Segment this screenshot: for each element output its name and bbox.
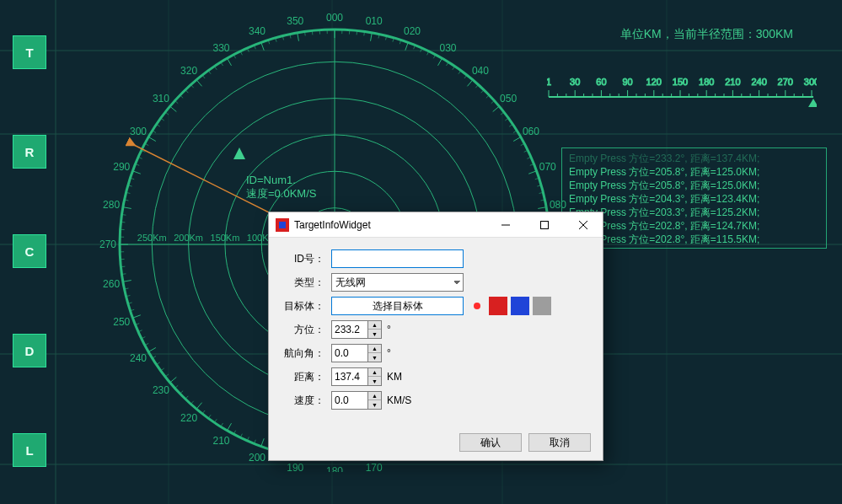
log-row: Empty Press 方位=205.8°, 距离=125.0KM; xyxy=(569,179,819,192)
svg-text:250: 250 xyxy=(113,316,130,328)
button-l[interactable]: L xyxy=(13,433,46,467)
speed-down[interactable]: ▼ xyxy=(368,400,381,409)
svg-text:270: 270 xyxy=(778,77,793,87)
log-row: Empty Press 方位=205.8°, 距离=125.0KM; xyxy=(569,165,819,179)
color-swatch-red[interactable] xyxy=(489,297,507,315)
svg-line-186 xyxy=(123,207,131,209)
svg-line-192 xyxy=(132,171,140,174)
bearing-down[interactable]: ▼ xyxy=(368,330,381,338)
minimize-icon xyxy=(501,221,510,229)
svg-line-153 xyxy=(185,396,188,399)
svg-line-156 xyxy=(170,377,177,382)
button-t[interactable]: T xyxy=(13,35,46,69)
distance-down[interactable]: ▼ xyxy=(368,377,381,385)
svg-line-47 xyxy=(491,100,495,103)
svg-line-176 xyxy=(121,274,126,275)
svg-text:180: 180 xyxy=(326,465,343,472)
svg-line-152 xyxy=(190,401,193,405)
distance-input[interactable] xyxy=(331,367,368,386)
svg-text:010: 010 xyxy=(366,15,383,27)
svg-text:350: 350 xyxy=(287,15,303,27)
svg-line-60 xyxy=(528,171,536,174)
svg-text:1: 1 xyxy=(547,77,551,87)
heading-input[interactable] xyxy=(331,344,368,362)
svg-text:90: 90 xyxy=(622,77,632,87)
svg-text:040: 040 xyxy=(472,65,489,77)
svg-text:200: 200 xyxy=(249,452,265,464)
status-dot-icon xyxy=(474,303,480,309)
color-swatch-gray[interactable] xyxy=(533,297,551,315)
svg-text:120: 120 xyxy=(646,77,662,87)
maximize-icon xyxy=(540,221,549,229)
speed-up[interactable]: ▲ xyxy=(368,392,381,400)
log-row: Empty Press 方位=202.8°, 距离=115.5KM; xyxy=(569,233,819,246)
bearing-input[interactable] xyxy=(331,320,368,339)
label-distance: 距离： xyxy=(281,370,324,384)
ok-button[interactable]: 确认 xyxy=(459,433,522,452)
target-id: ID=Num1. xyxy=(246,174,316,186)
svg-line-230 xyxy=(305,31,306,35)
heading-down[interactable]: ▼ xyxy=(368,353,381,362)
maximize-button[interactable] xyxy=(525,212,564,238)
svg-line-177 xyxy=(121,266,125,267)
speed-input[interactable] xyxy=(331,391,368,410)
bearing-up[interactable]: ▲ xyxy=(368,321,381,330)
button-r[interactable]: R xyxy=(13,135,46,169)
svg-rect-285 xyxy=(279,222,286,228)
range-ruler[interactable]: 1306090120150180210240270300 xyxy=(547,72,817,114)
close-button[interactable] xyxy=(564,212,603,238)
label-speed: 速度： xyxy=(281,394,324,408)
svg-text:190: 190 xyxy=(287,462,303,472)
svg-text:250Km: 250Km xyxy=(137,233,167,243)
color-swatch-blue[interactable] xyxy=(511,297,529,315)
svg-line-216 xyxy=(228,58,232,66)
id-input[interactable] xyxy=(331,249,464,268)
svg-line-150 xyxy=(196,403,201,410)
svg-text:060: 060 xyxy=(523,126,539,137)
svg-line-174 xyxy=(123,281,131,282)
svg-text:300: 300 xyxy=(804,77,817,87)
label-type: 类型： xyxy=(281,276,324,290)
svg-text:320: 320 xyxy=(180,65,197,77)
app-icon xyxy=(276,218,289,232)
svg-line-66 xyxy=(538,207,546,209)
heading-up[interactable]: ▲ xyxy=(368,345,381,353)
select-target-button[interactable]: 选择目标体 xyxy=(331,297,464,315)
svg-line-204 xyxy=(170,106,177,111)
target-info-dialog: TargetInfoWidget ID号： 类型： 无线网 目标体： 选择目标体… xyxy=(268,212,603,461)
titlebar[interactable]: TargetInfoWidget xyxy=(269,212,603,238)
cancel-button[interactable]: 取消 xyxy=(528,433,591,452)
svg-text:230: 230 xyxy=(153,384,169,396)
svg-text:240: 240 xyxy=(751,77,766,87)
distance-up[interactable]: ▲ xyxy=(368,368,381,377)
button-c[interactable]: C xyxy=(13,234,46,268)
svg-line-23 xyxy=(364,31,365,35)
svg-line-42 xyxy=(467,80,472,87)
unit-kms: KM/S xyxy=(387,394,411,406)
svg-text:240: 240 xyxy=(130,352,147,364)
svg-line-138 xyxy=(261,438,264,446)
svg-line-48 xyxy=(493,106,500,111)
type-select[interactable]: 无线网 xyxy=(331,273,464,292)
svg-text:180: 180 xyxy=(699,77,714,87)
svg-rect-287 xyxy=(541,221,549,228)
svg-text:290: 290 xyxy=(113,161,130,173)
unit-degree: ° xyxy=(387,324,391,335)
svg-line-210 xyxy=(196,80,201,87)
button-d[interactable]: D xyxy=(13,334,46,367)
svg-line-168 xyxy=(132,315,140,318)
log-row: Empty Press 方位=204.3°, 距离=123.4KM; xyxy=(569,192,819,206)
svg-line-162 xyxy=(148,348,156,352)
svg-text:210: 210 xyxy=(725,77,740,87)
svg-text:030: 030 xyxy=(439,42,456,54)
svg-line-208 xyxy=(185,90,188,94)
minimize-button[interactable] xyxy=(486,212,525,238)
svg-text:60: 60 xyxy=(596,77,606,87)
target-marker-icon xyxy=(231,146,248,163)
svg-line-144 xyxy=(228,423,232,431)
svg-line-155 xyxy=(174,385,178,388)
log-row: Empty Press 方位=202.8°, 距离=124.7KM; xyxy=(569,219,819,233)
svg-line-228 xyxy=(298,33,299,41)
svg-line-36 xyxy=(438,58,442,66)
svg-text:210: 210 xyxy=(212,435,229,447)
